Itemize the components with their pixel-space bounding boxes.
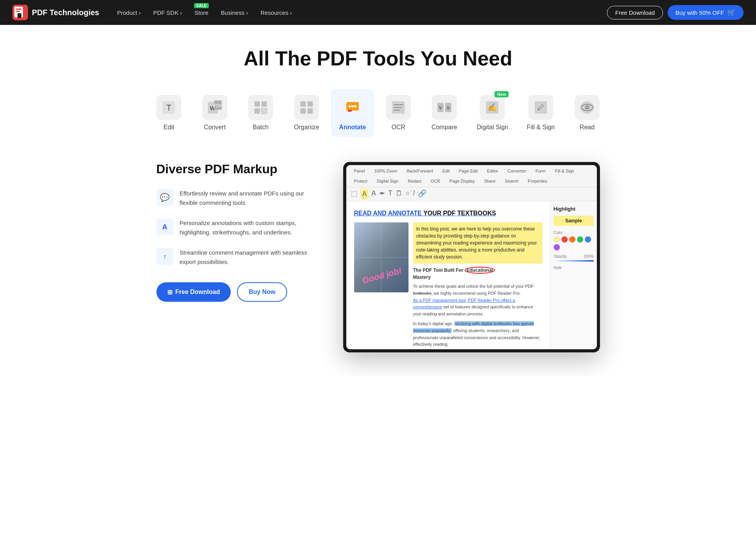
nav-buy-button[interactable]: Buy with 50% OFF 🛒 [668,5,744,20]
svg-rect-13 [254,108,260,114]
tool-icon-select[interactable]: ⬚ [351,189,358,199]
svg-point-39 [586,107,588,108]
hero-title: All The PDF Tools You Need [8,47,748,70]
svg-text:V: V [439,106,442,110]
nav-links: Product › PDF SDK › SALE Store Business … [112,6,595,19]
tool-ocr-label: OCR [391,124,405,131]
tool-compare[interactable]: VS Compare [423,89,466,137]
tool-organize-icon [294,95,319,120]
svg-rect-11 [254,101,260,107]
toolbar-fill-sign[interactable]: Fill & Sign [552,167,577,174]
swatch-green[interactable] [577,236,583,243]
brand-logo-icon [12,5,28,20]
svg-point-20 [349,105,351,107]
app-mockup: Panel 100% Zoom Back/Forward Edit Page E… [343,162,600,352]
nav-item-pdfsdk[interactable]: PDF SDK › [148,6,188,19]
tool-icon-note[interactable]: 🗒 [396,189,403,199]
svg-rect-12 [261,101,267,107]
tool-icon-stamp[interactable]: T [388,189,393,199]
feature-1-icon: 💬 [156,189,174,206]
svg-rect-16 [307,101,313,107]
svg-text:T: T [166,103,171,113]
content-section: Diverse PDF Markup 💬 Effortlessly review… [125,146,631,376]
color-swatches [554,236,594,250]
toolbar-editor[interactable]: Editor [484,167,501,174]
tool-digital-sign-icon: ✍ New [480,95,505,120]
tool-organize[interactable]: Organize [285,89,328,137]
cta-buy-now-button[interactable]: Buy Now [237,282,287,302]
toolbar-panel[interactable]: Panel [351,167,368,174]
tool-batch[interactable]: Batch [239,89,282,137]
sample-box: Sample [554,216,594,226]
toolbar-search[interactable]: Search [502,178,522,185]
swatch-purple[interactable] [554,244,560,250]
toolbar-page-edit[interactable]: Page Edit [456,167,481,174]
svg-text:PDF: PDF [214,103,222,108]
svg-rect-2 [16,9,21,10]
toolbar-protect[interactable]: Protect [351,178,371,185]
nav-item-product[interactable]: Product › [112,6,146,19]
swatch-yellow[interactable] [554,236,560,243]
toolbar-redact[interactable]: Redact [405,178,424,185]
tool-convert[interactable]: WPDF Convert [193,89,236,137]
opacity-bar[interactable] [554,260,594,262]
tool-edit[interactable]: T Edit [147,89,190,137]
tool-convert-icon: WPDF [202,95,227,120]
tool-digital-sign[interactable]: ✍ New Digital Sign [469,89,516,137]
doc-content: Good job! In this blog post, we are here… [354,222,542,348]
doc-image: Good job! [354,222,409,292]
features-list: 💬 Effortlessly review and annotate PDFs … [156,189,320,267]
tool-digital-sign-label: Digital Sign [477,124,508,131]
nav-item-business[interactable]: Business › [216,6,254,19]
tool-annotate[interactable]: Annotate [331,89,374,137]
tool-organize-label: Organize [294,124,319,131]
toolbar-properties[interactable]: Properties [524,178,550,185]
tool-icon-line[interactable]: / [413,189,415,199]
tool-edit-label: Edit [163,124,174,131]
tool-icon-pen[interactable]: ✒ [379,189,385,199]
toolbar-share[interactable]: Share [481,178,498,185]
svg-point-22 [354,105,356,107]
svg-rect-14 [261,108,267,114]
tool-icon-text[interactable]: A [372,189,376,199]
swatch-orange[interactable] [569,236,575,243]
toolbar-form[interactable]: Form [533,167,549,174]
tool-ocr[interactable]: OCR [377,89,420,137]
tool-read[interactable]: Read [566,89,609,137]
doc-text: In this blog post, we are here to help y… [413,222,542,348]
doc-area: READ AND ANNOTATE YOUR PDF TEXTBOOKS [346,201,550,349]
mockup-inner: Panel 100% Zoom Back/Forward Edit Page E… [346,165,597,349]
swatch-red[interactable] [561,236,568,243]
nav-item-store[interactable]: SALE Store [189,6,214,19]
brand-name: PDF Technologies [32,8,99,17]
nav-item-resources[interactable]: Resources › [255,6,297,19]
tool-annotate-icon [340,95,365,120]
color-label: Color [554,231,594,235]
toolbar-nav[interactable]: Back/Forward [403,167,436,174]
svg-rect-17 [300,108,306,114]
tool-fill-sign[interactable]: 🖊 Fill & Sign [519,89,563,137]
toolbar-converter[interactable]: Converter [504,167,529,174]
tool-icon-highlight[interactable]: A [361,189,368,199]
toolbar-page-display[interactable]: Page Display [446,178,478,185]
nav-free-download-button[interactable]: Free Download [607,6,663,19]
svg-text:✍: ✍ [488,102,497,112]
doc-title: READ AND ANNOTATE YOUR PDF TEXTBOOKS [354,209,542,218]
swatch-blue[interactable] [585,236,591,243]
tool-batch-icon [248,95,273,120]
brand-logo-link[interactable]: PDF Technologies [12,5,99,20]
cta-free-download-button[interactable]: ⊞ Free Download [156,282,231,302]
svg-rect-23 [348,110,352,112]
toolbar-edit[interactable]: Edit [439,167,453,174]
feature-3: ↑ Streamline comment management with sea… [156,248,320,267]
tool-icon-shapes[interactable]: ○ [406,189,410,199]
toolbar-zoom[interactable]: 100% Zoom [371,167,400,174]
cart-icon: 🛒 [727,8,736,17]
feature-1: 💬 Effortlessly review and annotate PDFs … [156,189,320,208]
tool-icon-link[interactable]: 🔗 [418,189,426,199]
toolbar-digital-sign[interactable]: Digital Sign [374,178,402,185]
left-panel: Diverse PDF Markup 💬 Effortlessly review… [156,162,320,302]
mockup-tools-row: ⬚ A A ✒ T 🗒 ○ / 🔗 [346,187,597,201]
tool-convert-label: Convert [204,124,226,131]
toolbar-ocr[interactable]: OCR [428,178,443,185]
